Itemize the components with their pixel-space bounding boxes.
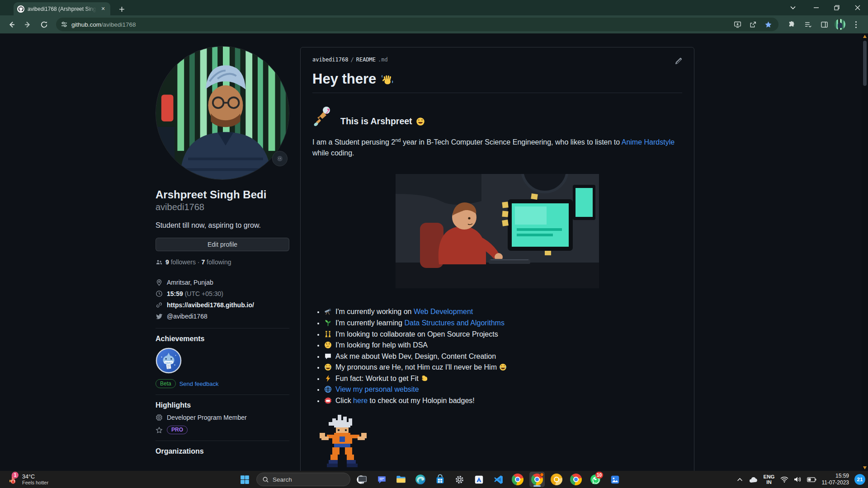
wifi-icon[interactable] <box>780 476 788 483</box>
pro-badge: PRO <box>167 426 188 434</box>
microsoft-store-icon[interactable] <box>432 472 448 487</box>
github-profile-page: Arshpreet Singh Bedi avibedi1768 Student… <box>0 33 868 488</box>
search-input[interactable] <box>273 476 353 483</box>
browser-tab[interactable]: avibedi1768 (Arshpreet Singh Be ✕ <box>14 2 110 15</box>
bullet-link[interactable]: Data Structures and Algorithms <box>404 319 504 327</box>
clock-icon <box>156 290 163 297</box>
joy-face-icon <box>324 363 332 371</box>
volume-icon[interactable] <box>794 476 802 483</box>
chrome-secondary-icon[interactable] <box>568 472 584 487</box>
tray-chevron-up-icon[interactable] <box>737 478 743 482</box>
share-icon[interactable] <box>747 19 759 30</box>
readme-bullet: My pronouns are He, not Him cuz I'll nev… <box>324 362 682 373</box>
bullet-text: My pronouns are He, not Him cuz I'll nev… <box>335 363 497 371</box>
beta-badge: Beta <box>156 379 176 388</box>
chrome-notification-dot <box>540 473 544 477</box>
browser-profile-avatar[interactable] <box>835 19 845 30</box>
developer-program-row: Developer Program Member <box>156 414 289 421</box>
taskbar-weather-widget[interactable]: 1 34°C Feels hotter <box>5 471 51 488</box>
back-button[interactable] <box>5 18 18 31</box>
tab-search-chevron-icon[interactable] <box>784 0 802 15</box>
new-tab-button[interactable] <box>117 4 127 14</box>
globe-icon <box>324 385 332 393</box>
edit-profile-button[interactable]: Edit profile <box>156 238 289 251</box>
notification-count-badge[interactable]: 21 <box>854 474 865 485</box>
install-app-icon[interactable] <box>731 19 743 30</box>
scrollbar-down-arrow[interactable] <box>863 466 867 469</box>
location-pin-icon <box>156 279 163 286</box>
page-scrollbar[interactable] <box>862 33 868 488</box>
scrollbar-up-arrow[interactable] <box>863 35 867 38</box>
side-panel-icon[interactable] <box>818 19 830 30</box>
profile-website[interactable]: https://avibedi1768.github.io/ <box>156 299 289 310</box>
site-settings-tune-icon[interactable] <box>61 21 68 28</box>
browser-titlebar: avibedi1768 (Arshpreet Singh Be ✕ <box>0 0 868 15</box>
readme-bullet: Fun fact: Workut to get Fit <box>324 373 682 385</box>
smile-emoji <box>416 117 425 126</box>
bookmark-star-icon[interactable] <box>762 19 774 30</box>
profile-twitter[interactable]: @avibedi1768 <box>156 310 289 322</box>
bullet-text: I'm currently learning <box>335 319 404 327</box>
followers-row[interactable]: 9 followers · 7 following <box>156 258 289 266</box>
readme-bullet: I'm currently working on Web Development <box>324 306 682 318</box>
seedling-icon <box>324 319 332 327</box>
browser-menu-kebab-icon[interactable] <box>850 19 862 30</box>
file-explorer-icon[interactable] <box>393 472 409 487</box>
task-view-button[interactable] <box>354 472 370 487</box>
onedrive-cloud-icon[interactable] <box>748 476 758 483</box>
language-indicator[interactable]: ENGIN <box>764 474 775 485</box>
reload-button[interactable] <box>37 18 51 31</box>
forward-button[interactable] <box>21 18 34 31</box>
readme-subtitle: This is Arshpreet <box>340 116 425 127</box>
window-minimize-button[interactable] <box>806 0 826 15</box>
readme-bullet: View my personal website <box>324 384 682 395</box>
start-button[interactable] <box>237 472 252 487</box>
address-bar[interactable]: github.com/avibedi1768 <box>56 18 778 31</box>
bullet-text: Ask me about Web Dev, Design, Content Cr… <box>335 352 496 360</box>
tab-close-icon[interactable]: ✕ <box>99 5 107 13</box>
chat-app-icon[interactable] <box>374 472 389 487</box>
speech-bubble-icon <box>324 352 332 360</box>
readme-bullet: I'm looking for help with DSA <box>324 340 682 351</box>
profile-avatar[interactable] <box>156 46 289 180</box>
window-restore-button[interactable] <box>826 0 847 15</box>
pinned-app-icon[interactable] <box>471 472 486 487</box>
extensions-puzzle-icon[interactable] <box>786 19 797 30</box>
window-close-button[interactable] <box>847 0 868 15</box>
edge-browser-icon[interactable] <box>413 472 428 487</box>
readme-bullet: Click here to check out my Holopin badge… <box>324 395 682 407</box>
profile-status-badge[interactable] <box>272 151 288 166</box>
windows-taskbar: 1 34°C Feels hotter <box>0 471 868 488</box>
photos-app-icon[interactable] <box>607 472 623 487</box>
send-feedback-link[interactable]: Send feedback <box>179 380 219 387</box>
chrome-active-icon[interactable] <box>529 472 545 487</box>
bullet-link[interactable]: Web Development <box>414 308 473 315</box>
profile-name: Arshpreet Singh Bedi <box>156 188 289 202</box>
bullet-link[interactable]: here <box>353 397 368 404</box>
search-icon <box>262 476 269 483</box>
chrome-icon[interactable] <box>510 472 525 487</box>
vscode-icon[interactable] <box>491 472 506 487</box>
bullet-text: I'm currently working on <box>335 308 414 315</box>
settings-gear-icon[interactable] <box>452 472 467 487</box>
anime-hardstyle-link[interactable]: Anime Hardstyle <box>622 138 675 146</box>
chrome-canary-icon[interactable] <box>549 472 564 487</box>
flying-character-image <box>312 105 333 127</box>
battery-icon[interactable] <box>807 477 816 482</box>
readme-bullet: I'm looking to collaborate on Open Sourc… <box>324 329 682 340</box>
twitter-icon <box>156 313 163 320</box>
whatsapp-icon[interactable]: 10 <box>588 472 603 487</box>
reading-list-icon[interactable] <box>802 19 814 30</box>
edit-readme-pencil-icon[interactable] <box>675 57 682 65</box>
muscle-icon <box>421 375 429 382</box>
pull-shark-badge[interactable] <box>156 347 182 374</box>
bullet-text: I'm looking to collaborate on Open Sourc… <box>335 330 498 338</box>
sidebar-divider <box>156 394 289 395</box>
sidebar-divider <box>156 441 289 441</box>
bullet-text: I'm looking for help with DSA <box>335 341 428 349</box>
taskbar-search-box[interactable] <box>256 473 350 486</box>
taskbar-clock[interactable]: 15:5911-07-2023 <box>822 473 849 486</box>
bullet-link[interactable]: View my personal website <box>335 385 419 393</box>
scrollbar-thumb[interactable] <box>863 41 867 86</box>
bullet-text: Click <box>335 397 353 404</box>
